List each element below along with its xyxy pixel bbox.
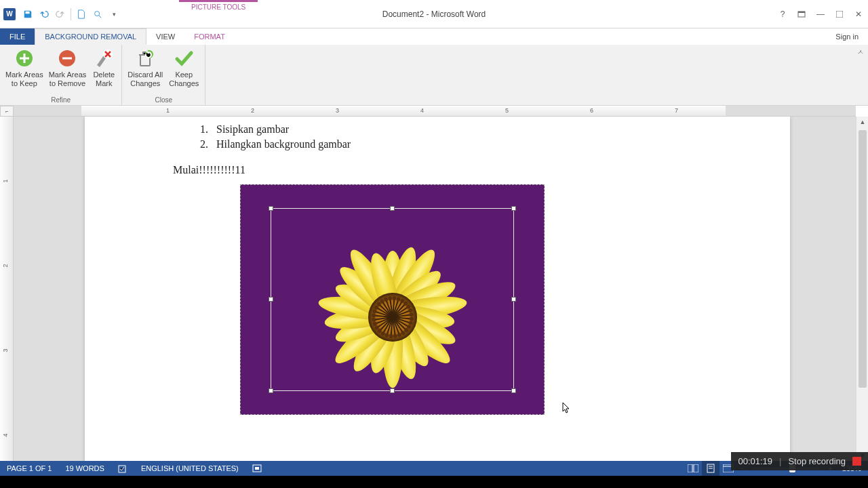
document-content[interactable]: Sisipkan gambar Hilangkan background gam… bbox=[85, 117, 790, 176]
quick-access-toolbar: W ▾ PICTURE TOOLS Document2 - Microsoft … bbox=[0, 0, 868, 28]
mark-keep-label-1: Mark Areas bbox=[5, 70, 43, 79]
document-area[interactable]: Sisipkan gambar Hilangkan background gam… bbox=[14, 117, 856, 461]
ruler-num: 7 bbox=[675, 107, 678, 114]
language-indicator[interactable]: ENGLISH (UNITED STATES) bbox=[134, 461, 245, 476]
window-title: Document2 - Microsoft Word bbox=[382, 0, 486, 28]
qat-separator bbox=[71, 8, 71, 20]
recording-time: 00:01:19 bbox=[738, 456, 772, 466]
picture-tools-label: PICTURE TOOLS bbox=[179, 0, 258, 11]
word-count[interactable]: 19 WORDS bbox=[58, 461, 111, 476]
plus-circle-icon bbox=[14, 47, 35, 69]
ruler-num: 3 bbox=[336, 107, 339, 114]
discard-icon bbox=[134, 47, 156, 69]
ribbon-group-close: Discard AllChanges KeepChanges Close bbox=[122, 45, 205, 105]
marquee-selection[interactable] bbox=[271, 208, 514, 391]
qat-dropdown[interactable]: ▾ bbox=[106, 7, 121, 22]
resize-handle[interactable] bbox=[511, 388, 516, 393]
sign-in-link[interactable]: Sign in bbox=[835, 28, 859, 45]
svg-rect-2 bbox=[798, 12, 805, 13]
minimize-button[interactable]: — bbox=[811, 7, 830, 22]
ribbon-group-refine: Mark Areasto Keep Mark Areasto Remove De… bbox=[0, 45, 122, 105]
spell-check-icon[interactable] bbox=[111, 461, 134, 476]
scroll-thumb[interactable] bbox=[859, 130, 867, 388]
svg-rect-13 bbox=[694, 464, 698, 472]
resize-handle[interactable] bbox=[269, 388, 273, 393]
list-item[interactable]: Hilangkan background gambar bbox=[211, 138, 702, 150]
stop-recording-label[interactable]: Stop recording bbox=[788, 456, 846, 466]
recording-separator: | bbox=[779, 456, 781, 466]
svg-rect-12 bbox=[688, 464, 692, 472]
picture-background-removal[interactable] bbox=[240, 184, 545, 415]
delete-label-1: Delete bbox=[93, 70, 115, 79]
keep-changes-button[interactable]: KeepChanges bbox=[165, 46, 202, 96]
stop-recording-button[interactable] bbox=[852, 457, 861, 466]
ruler-num: 5 bbox=[505, 107, 509, 114]
collapse-ribbon-button[interactable]: ㅅ bbox=[857, 47, 864, 57]
horizontal-ruler[interactable]: 1 2 3 4 5 6 7 bbox=[14, 106, 856, 117]
page[interactable]: Sisipkan gambar Hilangkan background gam… bbox=[85, 117, 790, 461]
mark-remove-label-1: Mark Areas bbox=[49, 70, 87, 79]
preview-button[interactable] bbox=[90, 7, 105, 22]
keep-label-2: Changes bbox=[169, 79, 199, 87]
redo-button[interactable] bbox=[53, 7, 68, 22]
recording-overlay: 00:01:19 | Stop recording bbox=[731, 452, 868, 470]
ruler-corner[interactable]: ⌐ bbox=[0, 106, 14, 117]
ribbon: Mark Areasto Keep Mark Areasto Remove De… bbox=[0, 45, 868, 106]
ruler-num: 6 bbox=[590, 107, 593, 114]
undo-button[interactable] bbox=[37, 7, 52, 22]
save-button[interactable] bbox=[20, 7, 35, 22]
ruler-num: 1 bbox=[166, 107, 170, 114]
macro-icon[interactable] bbox=[245, 461, 269, 476]
cursor-icon bbox=[562, 402, 570, 414]
maximize-button[interactable] bbox=[830, 7, 849, 22]
mark-areas-to-keep-button[interactable]: Mark Areasto Keep bbox=[3, 46, 46, 96]
help-button[interactable]: ? bbox=[773, 7, 792, 22]
paragraph-mulai[interactable]: Mulai!!!!!!!!!!11 bbox=[173, 164, 702, 176]
svg-point-0 bbox=[95, 11, 100, 16]
ribbon-tabs: FILE BACKGROUND REMOVAL VIEW FORMAT Sign… bbox=[0, 28, 868, 45]
ruler-vnum: 2 bbox=[2, 264, 9, 267]
bottom-black-bar bbox=[0, 476, 868, 488]
resize-handle[interactable] bbox=[390, 206, 395, 211]
ruler-vnum: 4 bbox=[2, 433, 9, 436]
svg-rect-3 bbox=[836, 11, 843, 18]
print-layout-button[interactable] bbox=[702, 461, 719, 476]
group-label-close: Close bbox=[125, 96, 202, 105]
svg-rect-11 bbox=[255, 467, 259, 470]
resize-handle[interactable] bbox=[390, 388, 395, 393]
ruler-num: 4 bbox=[420, 107, 424, 114]
mark-areas-to-remove-button[interactable]: Mark Areasto Remove bbox=[46, 46, 90, 96]
minus-circle-icon bbox=[56, 47, 78, 69]
ruler-num: 2 bbox=[251, 107, 254, 114]
contextual-tab-header: PICTURE TOOLS bbox=[179, 0, 258, 11]
tab-background-removal[interactable]: BACKGROUND REMOVAL bbox=[35, 28, 146, 45]
discard-label-1: Discard All bbox=[127, 70, 163, 79]
tab-view[interactable]: VIEW bbox=[146, 28, 184, 45]
keep-label-1: Keep bbox=[175, 70, 193, 79]
resize-handle[interactable] bbox=[511, 206, 516, 211]
ruler-vnum: 3 bbox=[2, 348, 9, 352]
scroll-up-button[interactable]: ▲ bbox=[856, 117, 868, 127]
system-buttons: ? — ✕ bbox=[773, 0, 868, 28]
page-indicator[interactable]: PAGE 1 OF 1 bbox=[0, 461, 58, 476]
delete-mark-icon bbox=[93, 47, 115, 69]
read-mode-button[interactable] bbox=[684, 461, 702, 476]
discard-label-2: Changes bbox=[130, 79, 160, 87]
close-button[interactable]: ✕ bbox=[849, 7, 868, 22]
delete-mark-button[interactable]: DeleteMark bbox=[89, 46, 119, 96]
new-doc-button[interactable] bbox=[74, 7, 89, 22]
resize-handle[interactable] bbox=[269, 206, 273, 211]
list-item[interactable]: Sisipkan gambar bbox=[211, 123, 702, 136]
discard-all-changes-button[interactable]: Discard AllChanges bbox=[125, 46, 165, 96]
tab-format[interactable]: FORMAT bbox=[184, 28, 235, 45]
vertical-scrollbar[interactable]: ▲ ▼ bbox=[856, 117, 868, 461]
ribbon-display-button[interactable] bbox=[792, 7, 811, 22]
ruler-vnum: 1 bbox=[2, 179, 9, 182]
vertical-ruler[interactable]: 1 2 3 4 bbox=[0, 117, 14, 461]
word-app-icon: W bbox=[3, 8, 16, 20]
resize-handle[interactable] bbox=[511, 297, 516, 302]
checkmark-icon bbox=[173, 47, 195, 69]
resize-handle[interactable] bbox=[269, 297, 273, 302]
mark-remove-label-2: to Remove bbox=[50, 79, 85, 87]
tab-file[interactable]: FILE bbox=[0, 28, 35, 45]
